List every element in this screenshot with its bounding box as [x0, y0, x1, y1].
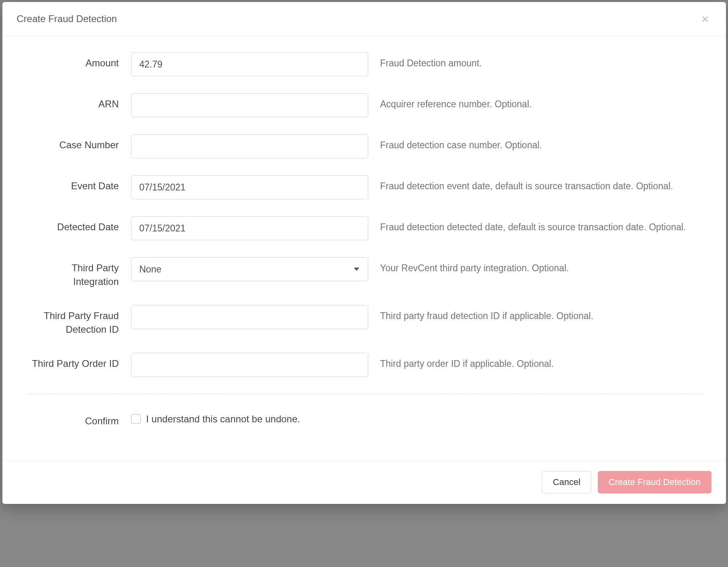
input-wrap-arn [131, 93, 368, 117]
third-party-integration-select-wrap [131, 257, 368, 281]
label-case-number: Case Number [27, 134, 119, 152]
label-third-party-integration: Third Party Integration [27, 257, 119, 288]
input-wrap-event-date [131, 175, 368, 199]
modal-title: Create Fraud Detection [17, 13, 117, 25]
confirm-checkbox-row: I understand this cannot be undone. [131, 410, 702, 425]
label-detected-date: Detected Date [27, 216, 119, 234]
row-detected-date: Detected Date Fraud detection detected d… [27, 216, 702, 240]
input-wrap-third-party-order-id [131, 353, 368, 377]
close-icon: × [701, 12, 709, 26]
row-third-party-fraud-id: Third Party Fraud Detection ID Third par… [27, 305, 702, 336]
row-arn: ARN Acquirer reference number. Optional. [27, 93, 702, 117]
help-arn: Acquirer reference number. Optional. [380, 93, 702, 111]
confirm-checkbox-label[interactable]: I understand this cannot be undone. [146, 413, 300, 425]
input-wrap-case-number [131, 134, 368, 158]
input-wrap-amount [131, 52, 368, 76]
help-third-party-order-id: Third party order ID if applicable. Opti… [380, 353, 702, 371]
create-fraud-detection-modal: Create Fraud Detection × Amount Fraud De… [2, 2, 726, 504]
row-case-number: Case Number Fraud detection case number.… [27, 134, 702, 158]
modal-body: Amount Fraud Detection amount. ARN Acqui… [2, 36, 726, 460]
create-fraud-detection-button[interactable]: Create Fraud Detection [598, 471, 712, 493]
third-party-order-id-input[interactable] [131, 353, 368, 377]
label-amount: Amount [27, 52, 119, 70]
event-date-input[interactable] [131, 175, 368, 199]
row-amount: Amount Fraud Detection amount. [27, 52, 702, 76]
input-wrap-third-party-integration [131, 257, 368, 281]
row-third-party-integration: Third Party Integration Your RevCent thi… [27, 257, 702, 288]
help-amount: Fraud Detection amount. [380, 52, 702, 70]
help-event-date: Fraud detection event date, default is s… [380, 175, 702, 193]
third-party-integration-select[interactable] [131, 257, 368, 281]
detected-date-input[interactable] [131, 216, 368, 240]
label-event-date: Event Date [27, 175, 119, 193]
input-wrap-detected-date [131, 216, 368, 240]
modal-header: Create Fraud Detection × [2, 2, 726, 36]
arn-input[interactable] [131, 93, 368, 117]
cancel-button[interactable]: Cancel [542, 471, 591, 493]
help-third-party-fraud-id: Third party fraud detection ID if applic… [380, 305, 702, 323]
third-party-fraud-id-input[interactable] [131, 305, 368, 329]
case-number-input[interactable] [131, 134, 368, 158]
confirm-checkbox[interactable] [131, 414, 141, 424]
row-confirm: Confirm I understand this cannot be undo… [27, 410, 702, 428]
input-wrap-third-party-fraud-id [131, 305, 368, 329]
label-third-party-order-id: Third Party Order ID [27, 353, 119, 370]
close-button[interactable]: × [699, 12, 712, 25]
label-third-party-fraud-id: Third Party Fraud Detection ID [27, 305, 119, 336]
help-case-number: Fraud detection case number. Optional. [380, 134, 702, 152]
help-detected-date: Fraud detection detected date, default i… [380, 216, 702, 234]
modal-footer: Cancel Create Fraud Detection [2, 460, 726, 504]
row-event-date: Event Date Fraud detection event date, d… [27, 175, 702, 199]
divider [27, 394, 702, 394]
row-third-party-order-id: Third Party Order ID Third party order I… [27, 353, 702, 377]
label-confirm: Confirm [27, 410, 119, 428]
amount-input[interactable] [131, 52, 368, 76]
label-arn: ARN [27, 93, 119, 111]
help-third-party-integration: Your RevCent third party integration. Op… [380, 257, 702, 275]
